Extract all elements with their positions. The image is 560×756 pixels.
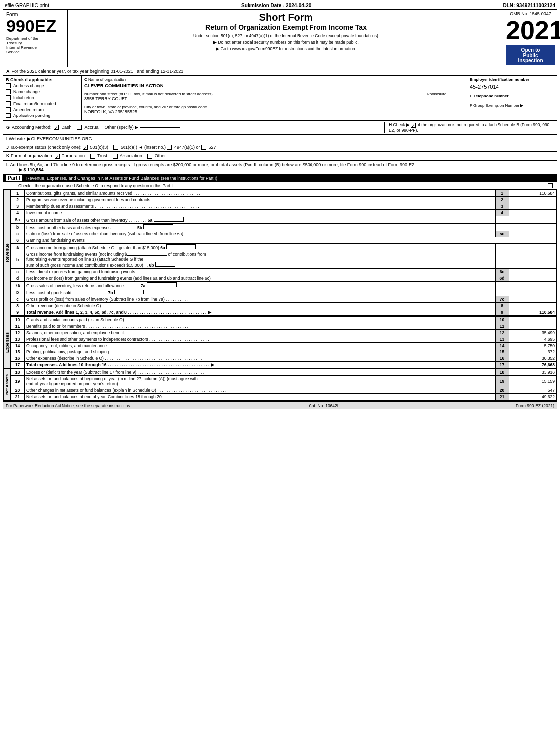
j-527-checkbox[interactable]: [201, 145, 206, 150]
submission-date: Submission Date - 2024-04-20: [241, 3, 311, 8]
section-a-label: A: [6, 69, 10, 74]
other-field[interactable]: [140, 127, 180, 128]
address-checkbox[interactable]: [6, 83, 11, 88]
schedule-o-checkbox[interactable]: [548, 183, 553, 188]
j-4947-checkbox[interactable]: [167, 145, 172, 150]
table-row: b Less: cost or other basis and sales ex…: [11, 224, 557, 231]
cash-checkbox[interactable]: [54, 125, 59, 130]
row-value: [509, 323, 557, 330]
form-number: 990EZ: [6, 17, 64, 34]
row-value: 5,750: [509, 343, 557, 349]
row-value: [509, 203, 557, 210]
schedule-o-row: Check if the organization used Schedule …: [3, 182, 557, 190]
l-row: L Add lines 5b, 6c, and 7b to line 9 to …: [3, 161, 557, 174]
k-corp-checkbox[interactable]: [55, 154, 60, 159]
c-title: Name of organization: [88, 77, 126, 82]
row-desc: Other changes in net assets or fund bala…: [25, 387, 496, 394]
j-501c3-checkbox[interactable]: [83, 145, 88, 150]
row-value: 110,584: [509, 309, 557, 316]
row-value: [509, 282, 557, 289]
row-value: [509, 244, 557, 251]
under-section: Under section 501(c), 527, or 4947(a)(1)…: [72, 33, 500, 38]
initial-checkbox[interactable]: [6, 95, 11, 100]
row-desc: Gross income from fundraising events (no…: [25, 251, 496, 269]
table-row: 9 Total revenue. Add lines 1, 2, 3, 4, 5…: [11, 309, 557, 316]
j-527-label: 527: [208, 145, 216, 150]
j-501c-label: 501(c)(: [121, 145, 136, 150]
table-row: 2 Program service revenue including gove…: [11, 197, 557, 203]
row-value: 15,159: [509, 376, 557, 387]
revenue-side-label: Revenue: [3, 190, 10, 316]
row-value: 372: [509, 349, 557, 355]
row-desc: Total revenue. Add lines 1, 2, 3, 4, 5c,…: [25, 309, 496, 316]
j-501c3-label: 501(c)(3): [90, 145, 109, 150]
row-num: 16: [11, 355, 25, 362]
part1-header: Part I Revenue, Expenses, and Changes in…: [3, 174, 557, 182]
row-value: 35,499: [509, 330, 557, 336]
goto-url: www.irs.gov/Form990EZ: [232, 46, 278, 51]
gh-section: G Accounting Method: Cash Accrual Other …: [3, 121, 557, 135]
table-row: 4 Investment income . . . . . . . . . . …: [11, 210, 557, 216]
row-desc: Gross amount from sale of assets other t…: [25, 216, 496, 224]
page: efile GRAPHIC print Submission Date - 20…: [0, 0, 560, 411]
row-num: 6: [11, 237, 25, 244]
return-title: Return of Organization Exempt From Incom…: [72, 23, 500, 31]
bcd-section: B Check if applicable: Address change Na…: [3, 76, 557, 121]
checkbox-initial: Initial return: [6, 95, 79, 100]
row-desc: Gross income from gaming (attach Schedul…: [25, 244, 496, 251]
row-line-num: 21: [496, 394, 509, 400]
name-checkbox[interactable]: [6, 89, 11, 94]
k-other-checkbox[interactable]: [147, 154, 152, 159]
row-num: 18: [11, 369, 25, 376]
c-label: C Name of organization: [84, 77, 464, 82]
room-label: Room/suite: [427, 92, 464, 96]
row-value: [509, 269, 557, 275]
table-row: 13 Professional fees and other payments …: [11, 336, 557, 343]
checkbox-address: Address change: [6, 83, 79, 88]
i-label: I: [6, 136, 8, 141]
table-row: 20 Other changes in net assets or fund b…: [11, 387, 557, 394]
dept3: Internal Revenue: [6, 45, 64, 50]
k-text: Form of organization:: [11, 153, 55, 158]
k-label: K: [6, 153, 10, 158]
section-a: A For the 2021 calendar year, or tax yea…: [3, 67, 557, 76]
footer-paperwork: For Paperwork Reduction Act Notice, see …: [6, 403, 131, 408]
k-trust-checkbox[interactable]: [90, 154, 95, 159]
row-line-num: [496, 224, 509, 231]
row-num: 17: [11, 362, 25, 368]
row-num: 4: [11, 210, 25, 216]
table-row: 10 Grants and similar amounts paid (list…: [11, 317, 557, 323]
row-num: 14: [11, 343, 25, 349]
row-value: [509, 224, 557, 231]
public-text: Public: [507, 53, 554, 58]
k-assoc-checkbox[interactable]: [113, 154, 118, 159]
row-num: 7a: [11, 282, 25, 289]
row-num: c: [11, 269, 25, 275]
k-assoc-label: Association: [120, 153, 144, 158]
accrual-checkbox[interactable]: [77, 125, 82, 130]
table-row: 18 Excess or (deficit) for the year (Sub…: [11, 369, 557, 376]
netassets-side-label: Net Assets: [3, 369, 10, 400]
b-letter: B: [6, 77, 9, 82]
row-desc: Benefits paid to or for members . . . . …: [25, 323, 496, 330]
row-value: [509, 231, 557, 237]
row-value: [509, 210, 557, 216]
row-line-num: 14: [496, 343, 509, 349]
f-arrow: ▶: [520, 103, 523, 108]
h-checkbox[interactable]: [411, 123, 416, 128]
final-checkbox[interactable]: [6, 101, 11, 106]
row-value: 30,352: [509, 355, 557, 362]
row-line-num: 17: [496, 362, 509, 368]
table-row: 21 Net assets or fund balances at end of…: [11, 394, 557, 400]
table-row: 19 Net assets or fund balances at beginn…: [11, 376, 557, 387]
amended-checkbox[interactable]: [6, 107, 11, 112]
table-row: c Gain or (loss) from sale of assets oth…: [11, 231, 557, 237]
l-arrow-value: ▶ $ 110,584: [19, 167, 44, 172]
application-checkbox[interactable]: [6, 113, 11, 118]
footer: For Paperwork Reduction Act Notice, see …: [3, 401, 557, 409]
row-desc: Net assets or fund balances at end of ye…: [25, 394, 496, 400]
expenses-section: Expenses 10 Grants and similar amounts p…: [3, 316, 557, 369]
j-501c-checkbox[interactable]: [113, 145, 118, 150]
row-desc: Occupancy, rent, utilities, and maintena…: [25, 343, 496, 349]
row-line-num: 6d: [496, 275, 509, 282]
